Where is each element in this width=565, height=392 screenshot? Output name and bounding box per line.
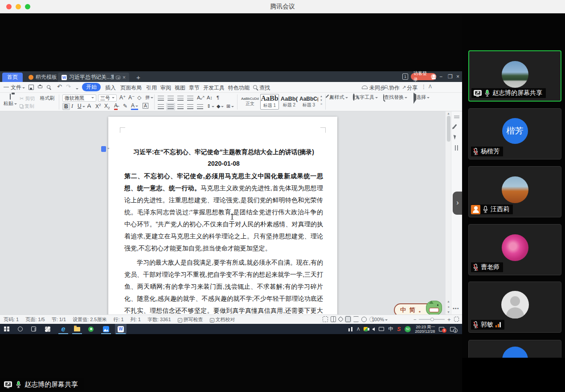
file-menu[interactable]: 文件	[11, 84, 25, 91]
menu-item-references[interactable]: 引用	[146, 84, 157, 92]
decrease-font-icon[interactable]: A⁻	[128, 94, 135, 101]
tencent-meeting-button[interactable]	[100, 324, 112, 334]
zoom-slider-knob[interactable]	[430, 318, 434, 321]
edit-mode-icon[interactable]	[338, 316, 344, 322]
menu-item-review[interactable]: 审阅	[160, 84, 171, 92]
wps-taskbar-button[interactable]: W	[115, 324, 127, 334]
shading-icon[interactable]: ◆	[217, 103, 224, 109]
page-view-icon[interactable]	[345, 316, 351, 322]
cut-button[interactable]: ✂剪切	[20, 95, 35, 102]
print-icon[interactable]	[37, 85, 43, 90]
ime-indicator[interactable]: 中 简 。	[394, 303, 436, 314]
save-icon[interactable]	[29, 85, 34, 90]
participant-tile[interactable]: 楷芳 杨楷芳	[468, 108, 561, 159]
collaborate-button[interactable]: 协作	[389, 84, 400, 92]
phonetic-guide-icon[interactable]: 拼	[145, 94, 153, 101]
select-button[interactable]: 选择	[413, 94, 430, 101]
text-tool-button[interactable]: 文字工具	[353, 94, 378, 101]
guest-login-button[interactable]: 访客登录	[411, 73, 436, 80]
new-tab-button[interactable]: +	[133, 73, 144, 82]
underline-icon[interactable]: U	[78, 103, 85, 109]
adjust-settings-icon[interactable]	[454, 145, 459, 151]
distribute-icon[interactable]	[197, 104, 203, 109]
file-explorer-button[interactable]	[71, 324, 83, 334]
show-hidden-icons[interactable]: ᐱ	[357, 327, 360, 331]
paragraph-mark-icon[interactable]: ¶	[217, 95, 219, 100]
taskbar-clock[interactable]: 20:23 周一2020/12/28	[415, 325, 435, 334]
zoom-level[interactable]: 100%	[372, 317, 388, 322]
style-heading3[interactable]: AaBbC( 标题 3	[299, 94, 318, 110]
share-button[interactable]: 分享	[407, 84, 418, 92]
menu-item-home[interactable]: 开始	[82, 83, 101, 91]
style-heading2[interactable]: AaBb( 标题 2	[280, 94, 299, 110]
document-page[interactable]: 习近平:在“不忘初心、牢记使命”主题教育总结大会上的讲话(摘录) 2020-01…	[108, 117, 337, 314]
document-text[interactable]: 习近平:在“不忘初心、牢记使命”主题教育总结大会上的讲话(摘录) 2020-01…	[124, 146, 323, 314]
tray-misc-icon[interactable]	[348, 327, 353, 331]
participant-tile[interactable]: 郭敏	[468, 282, 561, 333]
more-tools-icon[interactable]: •••	[453, 306, 459, 311]
fit-page-icon[interactable]	[454, 317, 459, 322]
tab-template[interactable]: 稻壳模板	[25, 73, 61, 82]
clear-format-icon[interactable]: ◇	[137, 94, 141, 101]
menu-item-dev-tools[interactable]: 开发工具	[203, 84, 225, 92]
bullet-list-icon[interactable]	[158, 96, 164, 101]
align-right-icon[interactable]	[177, 104, 184, 109]
print-preview-icon[interactable]	[46, 85, 52, 90]
outline-view-icon[interactable]	[353, 316, 359, 322]
find-replace-button[interactable]: 查找替换	[382, 94, 408, 101]
decrease-indent-icon[interactable]	[177, 96, 184, 101]
font-color-icon[interactable]: A	[131, 102, 138, 110]
collapse-ribbon-icon[interactable]: ᐱ	[429, 84, 432, 89]
pointer-tool-icon[interactable]	[454, 135, 457, 140]
menu-item-special-features[interactable]: 特色功能	[228, 84, 250, 92]
fullscreen-view-icon[interactable]	[323, 316, 328, 322]
tab-document[interactable]: W 习近平总书记关...重要论述(1) ×	[58, 73, 129, 82]
style-heading1[interactable]: AaBb 标题 1	[260, 94, 279, 110]
style-normal[interactable]: AaBbCcDd 正文	[241, 94, 259, 110]
ime-language-icon[interactable]: 中	[388, 326, 393, 332]
tray-count-badge[interactable]: 52	[405, 326, 411, 332]
cortana-button[interactable]	[14, 324, 26, 334]
meeting-panel-toggle[interactable]: ›	[453, 192, 462, 215]
ruler-toggle-icon[interactable]	[454, 116, 459, 118]
borders-icon[interactable]: ⊞	[226, 103, 234, 109]
align-left-icon[interactable]	[158, 104, 164, 109]
menu-item-page-layout[interactable]: 页面布局	[120, 84, 142, 92]
comment-marker-icon[interactable]	[101, 146, 106, 152]
menu-item-insert[interactable]: 插入	[105, 84, 116, 92]
more-options-icon[interactable]: ⋮	[421, 84, 426, 90]
wps-close-button[interactable]: ×	[456, 74, 459, 80]
task-view-button[interactable]	[28, 324, 39, 334]
pinned-app-button[interactable]	[42, 324, 53, 334]
document-proof-toggle[interactable]: x文档校对	[210, 316, 235, 323]
redo-icon[interactable]: ↷	[66, 83, 71, 90]
read-mode-icon[interactable]	[331, 316, 336, 322]
customize-toolbar-caret[interactable]	[75, 85, 78, 91]
comment-bubble-icon[interactable]	[116, 76, 120, 79]
undo-icon[interactable]: ↶	[57, 83, 62, 90]
zoom-out-icon[interactable]: −	[414, 317, 416, 322]
highlighter-icon[interactable]: ✎	[123, 103, 127, 109]
text-direction-icon[interactable]: A↕	[207, 95, 213, 100]
start-button[interactable]	[1, 324, 12, 334]
align-center-icon[interactable]	[168, 104, 174, 109]
scrollbar-thumb[interactable]	[447, 116, 450, 142]
increase-indent-icon[interactable]	[187, 96, 193, 101]
wps-restore-button[interactable]: ❐	[448, 74, 453, 80]
line-spacing-icon[interactable]: ⇕	[207, 103, 214, 109]
font-size-select[interactable]: 三号	[98, 94, 117, 102]
zoom-in-icon[interactable]: +	[447, 316, 451, 323]
style-gallery-scroll[interactable]: ▴▾≡	[319, 94, 323, 106]
numbered-list-icon[interactable]	[168, 96, 174, 101]
justify-icon[interactable]	[187, 104, 193, 109]
status-word-count[interactable]: 字数: 3361	[147, 316, 171, 323]
new-style-button[interactable]: 新样式	[329, 94, 348, 101]
paste-button[interactable]: 粘贴	[3, 94, 18, 107]
sogou-input-icon[interactable]: S	[397, 326, 401, 332]
network-icon[interactable]	[379, 327, 384, 331]
highlight-color-icon[interactable]: A̶	[114, 102, 118, 110]
bold-icon[interactable]: B	[62, 103, 70, 110]
character-border-icon[interactable]: A	[143, 103, 148, 109]
character-scale-icon[interactable]: A⤢	[197, 95, 204, 101]
menu-item-view[interactable]: 视图	[175, 84, 185, 92]
